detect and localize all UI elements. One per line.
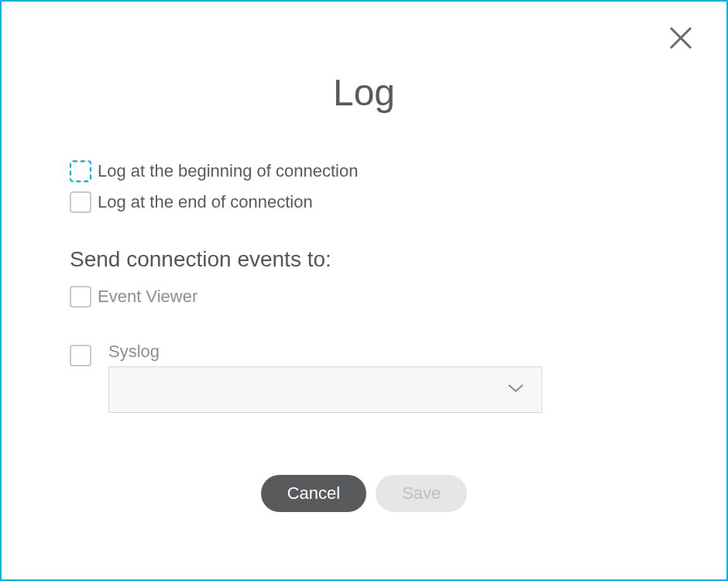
close-icon — [668, 40, 694, 53]
dialog-title: Log — [70, 71, 658, 114]
log-begin-checkbox[interactable] — [70, 160, 91, 182]
cancel-button[interactable]: Cancel — [261, 475, 366, 512]
close-button[interactable] — [668, 25, 694, 54]
send-events-heading: Send connection events to: — [70, 247, 658, 272]
chevron-down-icon — [507, 383, 524, 397]
event-viewer-label: Event Viewer — [98, 287, 197, 307]
log-end-checkbox[interactable] — [70, 191, 91, 213]
log-end-label: Log at the end of connection — [98, 192, 313, 212]
log-begin-row: Log at the beginning of connection — [70, 160, 658, 182]
syslog-area: Syslog — [70, 342, 658, 413]
syslog-label: Syslog — [108, 342, 542, 362]
dialog-content: Log Log at the beginning of connection L… — [2, 2, 726, 512]
button-row: Cancel Save — [70, 475, 658, 512]
save-button: Save — [376, 475, 467, 512]
syslog-checkbox[interactable] — [70, 345, 91, 366]
event-viewer-row: Event Viewer — [70, 286, 658, 308]
log-end-row: Log at the end of connection — [70, 191, 658, 213]
syslog-right: Syslog — [108, 342, 542, 413]
log-begin-label: Log at the beginning of connection — [98, 161, 358, 181]
syslog-dropdown[interactable] — [108, 366, 542, 413]
event-viewer-checkbox[interactable] — [70, 286, 91, 308]
